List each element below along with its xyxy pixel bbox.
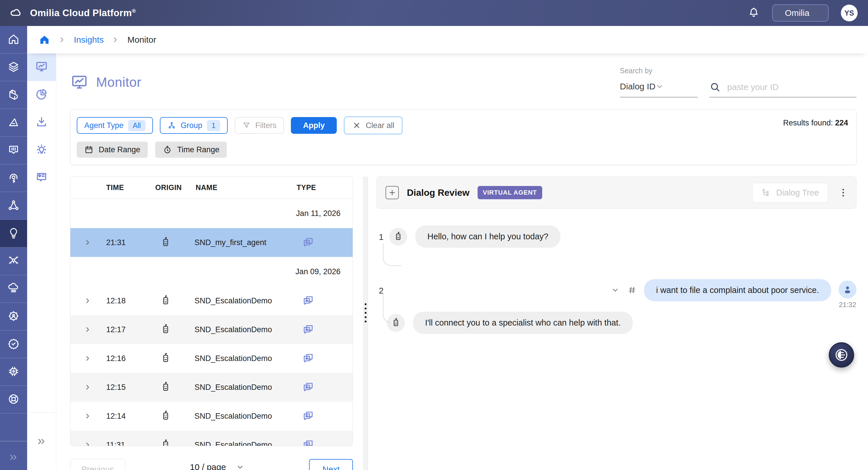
subnav-item-pie-chart[interactable] (27, 81, 56, 109)
expand-all-button[interactable] (385, 186, 399, 199)
group-icon (167, 121, 176, 130)
group-filter-chip[interactable]: Group 1 (160, 117, 228, 134)
subnav-item-chat-gear[interactable] (27, 164, 56, 192)
message-group: 2i want to file a complaint about poor s… (379, 276, 857, 334)
table-row[interactable]: 12:14SND_EscalationDemo (70, 402, 352, 431)
sidebar-item-cloud-lines[interactable] (0, 275, 27, 303)
search-field-select[interactable]: Dialog ID (620, 81, 698, 97)
download-icon (35, 115, 48, 130)
robot-origin-icon (154, 237, 194, 248)
chat-transcript: 1Hello, how can I help you today?2i want… (377, 209, 857, 470)
breadcrumb-home-icon[interactable] (39, 34, 50, 45)
hash-icon[interactable] (627, 286, 637, 295)
next-page-button[interactable]: Next (309, 459, 353, 470)
sidebar-item-blocks[interactable] (0, 81, 27, 109)
sidebar-item-badge-check[interactable] (0, 330, 27, 358)
sidebar-item-gear-user[interactable] (0, 303, 27, 330)
robot-origin-icon (154, 381, 194, 393)
search-placeholder: paste your ID (727, 82, 779, 92)
cell-name: SND_EscalationDemo (194, 441, 296, 446)
expand-row-icon[interactable] (70, 441, 105, 446)
page-size-select[interactable]: 10 / page (187, 462, 247, 470)
agent-type-label: Agent Type (84, 121, 124, 130)
user-avatar[interactable]: YS (841, 5, 858, 21)
panel-resize-handle[interactable] (363, 176, 368, 470)
circuit-chip-icon (7, 365, 20, 379)
subnav-item-monitor-chart[interactable] (27, 53, 56, 81)
filters-label: Filters (255, 121, 277, 130)
clear-all-label: Clear all (366, 121, 394, 130)
support-agent-icon (7, 171, 20, 185)
filters-chip[interactable]: Filters (235, 117, 284, 134)
table-row[interactable]: 12:17SND_EscalationDemo (70, 315, 352, 344)
sidebar-item-lifebuoy[interactable] (0, 386, 27, 413)
search-input[interactable]: paste your ID (709, 81, 857, 97)
sidebar-item-drone[interactable] (0, 247, 27, 275)
chat-gear-icon (35, 171, 48, 185)
table-row[interactable]: 12:16SND_EscalationDemo (70, 344, 352, 373)
plus-icon (388, 188, 397, 197)
dialog-tree-button[interactable]: Dialog Tree (752, 183, 828, 202)
sidebar-item-feedback-bars[interactable] (0, 137, 27, 164)
expand-row-icon[interactable] (70, 354, 105, 363)
agent-message-row: I'll connect you to a specialist who can… (379, 312, 857, 334)
expand-row-icon[interactable] (70, 325, 105, 334)
search-by-label: Search by (620, 67, 857, 75)
collapse-chevron-icon[interactable] (611, 286, 620, 295)
cell-name: SND_EscalationDemo (194, 412, 296, 421)
table-row[interactable]: 11:31SND_EscalationDemo (70, 431, 352, 446)
subnav-item-download[interactable] (27, 109, 56, 136)
sidebar-collapse-button[interactable] (0, 441, 27, 470)
user-person-icon (839, 280, 857, 298)
robot-origin-icon (154, 352, 194, 364)
sidebar-item-circuit-chip[interactable] (0, 358, 27, 386)
column-header-origin: ORIGIN (154, 183, 194, 192)
results-count: 224 (835, 119, 848, 127)
secondary-sidebar (27, 53, 56, 470)
monitor-chart-icon (35, 60, 48, 74)
message-timestamp: 21:32 (839, 301, 856, 309)
org-selector-button[interactable]: Omilia (772, 4, 829, 22)
expand-row-icon[interactable] (70, 412, 105, 421)
table-row[interactable]: 12:15SND_EscalationDemo (70, 373, 352, 402)
cloud-logo-icon (7, 7, 24, 19)
branch-connector-line (383, 243, 401, 266)
registered-mark: ® (132, 8, 136, 14)
table-row[interactable]: 12:18SND_EscalationDemo (70, 286, 352, 315)
date-group-row: Jan 11, 2026 (70, 199, 352, 228)
results-table: TIMEORIGINNAMETYPE Jan 11, 202621:31SND_… (70, 176, 353, 446)
expand-row-icon[interactable] (70, 383, 105, 392)
date-range-button[interactable]: Date Range (77, 142, 148, 158)
agent-type-value-badge: All (128, 120, 146, 131)
expand-row-icon[interactable] (70, 296, 105, 305)
dialog-review-header: Dialog Review VIRTUAL AGENT Dialog Tree (377, 176, 857, 209)
sidebar-item-layers[interactable] (0, 54, 27, 81)
column-header-name: NAME (194, 183, 296, 192)
table-row[interactable]: 21:31SND_my_first_agent (70, 228, 352, 257)
apply-button[interactable]: Apply (291, 117, 337, 134)
sidebar-item-support-agent[interactable] (0, 164, 27, 192)
cell-name: SND_EscalationDemo (194, 325, 296, 334)
brand: Omilia Cloud Platform® (7, 7, 136, 19)
sidebar-item-home[interactable] (0, 26, 27, 54)
subnav-item-bulb-rays[interactable] (27, 136, 56, 164)
previous-page-button[interactable]: Previous (70, 459, 125, 470)
agent-type-filter-chip[interactable]: Agent Type All (77, 117, 153, 134)
ai-assistant-fab[interactable] (829, 342, 854, 368)
cell-time: 12:18 (105, 296, 154, 305)
kebab-menu-icon[interactable] (838, 186, 848, 199)
monitor-icon (70, 73, 89, 91)
breadcrumb-link-insights[interactable]: Insights (74, 35, 103, 45)
notifications-bell-icon[interactable] (747, 7, 760, 19)
time-range-button[interactable]: Time Range (155, 142, 227, 158)
cell-name: SND_EscalationDemo (194, 383, 296, 392)
sidebar-item-ruler-triangle[interactable] (0, 109, 27, 137)
chat-type-icon (296, 439, 353, 446)
time-range-label: Time Range (177, 145, 219, 154)
sidebar-item-share-nodes[interactable] (0, 192, 27, 220)
sidebar-item-lightbulb[interactable] (0, 220, 27, 247)
clear-all-button[interactable]: Clear all (344, 116, 403, 135)
expand-row-icon[interactable] (70, 238, 105, 247)
gear-user-icon (7, 310, 20, 324)
subnav-collapse-button[interactable] (27, 412, 56, 470)
